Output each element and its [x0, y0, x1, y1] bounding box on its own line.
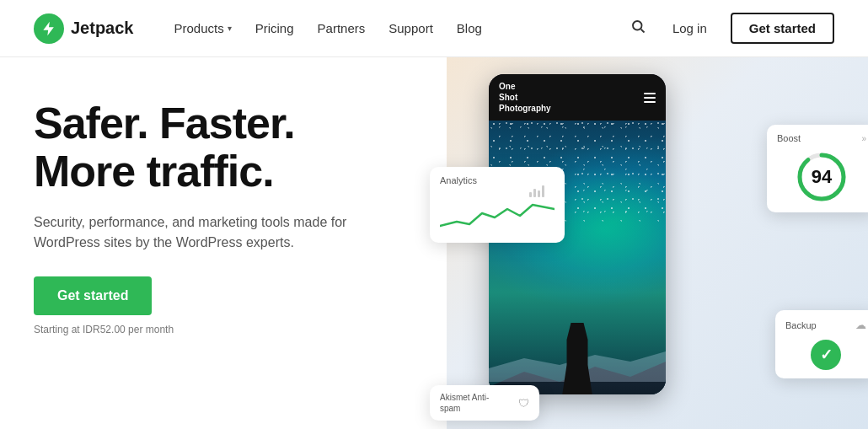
logo[interactable]: Jetpack: [34, 13, 134, 44]
search-button[interactable]: [627, 15, 649, 41]
analytics-card: Analytics: [430, 167, 565, 243]
nav-partners[interactable]: Partners: [308, 14, 376, 42]
akismet-title: Akismet Anti- spam: [440, 392, 489, 414]
cloud-icon: ☁: [855, 319, 866, 331]
backup-title: Backup: [785, 320, 817, 330]
hero-right: One Shot Photography: [438, 57, 868, 429]
get-started-hero-button[interactable]: Get started: [34, 276, 152, 315]
navigation: Jetpack Products ▾ Pricing Partners Supp…: [0, 0, 868, 57]
nav-products[interactable]: Products ▾: [164, 14, 242, 42]
shield-icon: 🛡: [518, 397, 529, 410]
analytics-sparkline: [440, 192, 555, 234]
login-button[interactable]: Log in: [662, 14, 717, 42]
boost-chevrons-icon: »: [861, 134, 866, 143]
boost-card: Boost » 94: [767, 125, 868, 212]
backup-success-icon: ✓: [811, 340, 841, 370]
backup-card: Backup ☁ ✓: [775, 310, 868, 378]
phone-top-bar: One Shot Photography: [489, 74, 666, 121]
nav-right: Log in Get started: [627, 13, 834, 44]
search-icon: [630, 19, 646, 34]
hero-left: Safer. Faster. More traffic. Security, p…: [0, 57, 438, 429]
nav-links: Products ▾ Pricing Partners Support Blog: [164, 14, 627, 42]
get-started-nav-button[interactable]: Get started: [731, 13, 834, 44]
hero-subtext: Security, performance, and marketing too…: [34, 212, 371, 253]
jetpack-bolt-icon: [40, 20, 57, 37]
bar-chart-icon: [529, 184, 544, 197]
chevron-down-icon: ▾: [228, 24, 232, 33]
starting-price: Starting at IDR52.00 per month: [34, 324, 405, 335]
logo-icon: [34, 13, 64, 44]
nav-blog[interactable]: Blog: [447, 14, 492, 42]
phone-site-name: One Shot Photography: [499, 81, 551, 114]
boost-score-circle: 94: [795, 150, 849, 204]
boost-score: 94: [812, 166, 832, 188]
logo-text: Jetpack: [71, 19, 134, 38]
nav-support[interactable]: Support: [378, 14, 443, 42]
hero-heading: Safer. Faster. More traffic.: [34, 99, 405, 196]
akismet-card: Akismet Anti- spam 🛡: [430, 385, 539, 421]
hero-section: Safer. Faster. More traffic. Security, p…: [0, 57, 868, 429]
svg-point-0: [633, 21, 642, 30]
phone-menu-icon: [644, 93, 656, 103]
nav-pricing[interactable]: Pricing: [245, 14, 304, 42]
boost-title: Boost: [777, 133, 801, 143]
phone-image: [489, 121, 666, 394]
svg-line-1: [641, 29, 645, 33]
